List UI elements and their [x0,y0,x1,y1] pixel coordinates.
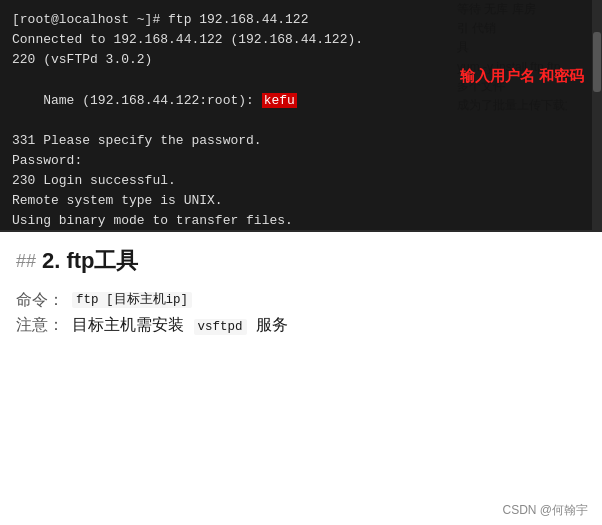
terminal-line-2: Connected to 192.168.44.122 (192.168.44.… [12,30,590,50]
command-row: 命令： ftp [目标主机ip] [16,290,586,311]
note-value: 目标主机需安装 vsftpd 服务 [72,315,288,336]
terminal-line-9: Using binary mode to transfer files. [12,211,590,231]
annotation-text: 输入用户名 和密码 [460,65,584,88]
vsftpd-code: vsftpd [194,319,247,335]
note-label: 注意： [16,315,64,336]
username-highlight: kefu [262,93,297,108]
name-prompt-text: Name (192.168.44.122:root): [43,93,261,108]
scrollbar-thumb[interactable] [593,32,601,92]
section-title-text: ftp工具 [66,246,138,276]
command-value: ftp [目标主机ip] [72,290,192,311]
terminal-line-6: Password: [12,151,590,171]
footer-attribution: CSDN @何翰宇 [502,502,588,519]
note-text: 目标主机需安装 vsftpd 服务 [72,317,288,335]
command-label: 命令： [16,290,64,311]
content-section: ## 2. ftp工具 命令： ftp [目标主机ip] 注意： 目标主机需安装… [0,232,602,525]
terminal-line-7: 230 Login successful. [12,171,590,191]
command-code: ftp [目标主机ip] [72,292,192,308]
terminal-window: 等待 无库 库房 引 代销 具 yum -y install ftp ftp 多… [0,0,602,230]
note-row: 注意： 目标主机需安装 vsftpd 服务 [16,315,586,336]
terminal-line-5: 331 Please specify the password. [12,131,590,151]
terminal-scrollbar[interactable] [592,0,602,230]
terminal-line-8: Remote system type is UNIX. [12,191,590,211]
terminal-line-1: [root@localhost ~]# ftp 192.168.44.122 [12,10,590,30]
section-hash: ## [16,251,36,272]
section-title-container: ## 2. ftp工具 [16,246,586,276]
section-number: 2. [42,248,60,274]
